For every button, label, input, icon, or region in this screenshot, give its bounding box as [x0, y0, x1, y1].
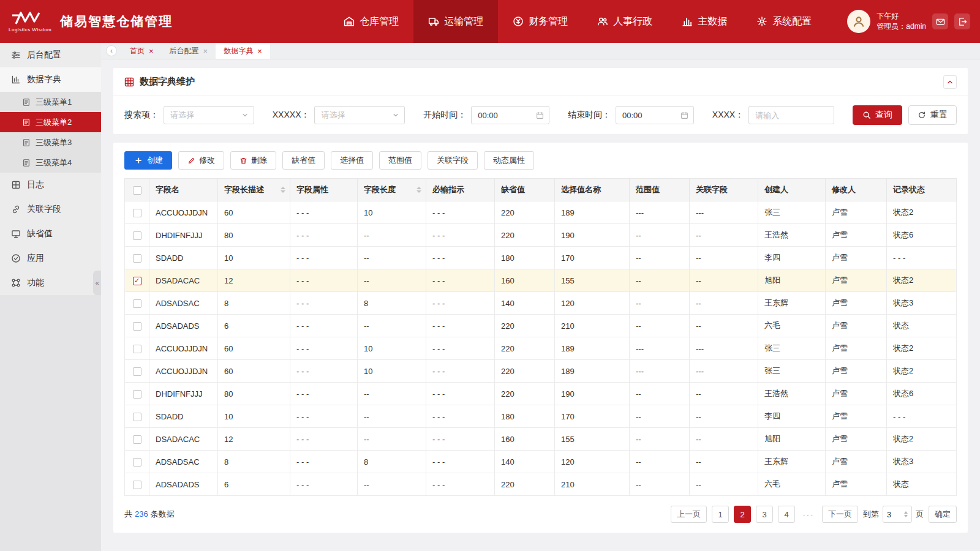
- nav-transport[interactable]: 运输管理: [413, 0, 498, 43]
- avatar[interactable]: [847, 10, 870, 33]
- table-row[interactable]: ADSADSAC8- - -8- - -140120----王东辉卢雪状态3: [125, 451, 957, 473]
- nav-master-data[interactable]: 主数据: [667, 0, 742, 43]
- sidebar-item-data-dictionary[interactable]: 数据字典: [0, 67, 101, 92]
- sidebar-item-submenu-4[interactable]: 三级菜单4: [0, 152, 101, 173]
- close-icon[interactable]: ×: [149, 47, 154, 56]
- sidebar-item-logs[interactable]: 日志: [0, 173, 101, 197]
- table-row[interactable]: DHDIFNFJJJ80- - ---- - -220190----王浩然卢雪状…: [125, 383, 957, 405]
- calendar-icon: [536, 111, 544, 119]
- close-icon[interactable]: ×: [257, 47, 262, 56]
- search-select[interactable]: 请选择: [164, 106, 254, 124]
- row-checkbox[interactable]: [133, 435, 141, 444]
- table-row[interactable]: ACCUOJJDJN60- - -10- - -220189------张三卢雪…: [125, 337, 957, 360]
- sidebar-item-label: 后台配置: [27, 50, 61, 61]
- table-cell: - - -: [426, 201, 495, 224]
- default-value-button[interactable]: 缺省值: [282, 151, 325, 170]
- column-header[interactable]: 字段长度: [358, 179, 426, 201]
- table-row[interactable]: DHDIFNFJJJ80- - ---- - -220190----王浩然卢雪状…: [125, 224, 957, 247]
- link-icon: [11, 204, 21, 214]
- select-value-button[interactable]: 选择值: [331, 151, 373, 170]
- search-select[interactable]: 请选择: [314, 106, 405, 124]
- close-icon[interactable]: ×: [203, 47, 208, 56]
- table-row[interactable]: ADSADADS6- - ---- - -220210----六毛卢雪状态: [125, 315, 957, 337]
- tab-home[interactable]: 首页 ×: [122, 43, 162, 59]
- table-cell: --: [358, 315, 426, 337]
- row-checkbox[interactable]: [133, 390, 141, 399]
- column-label: 记录状态: [893, 185, 925, 194]
- nav-system-config[interactable]: 系统配置: [742, 0, 826, 43]
- sidebar-item-application[interactable]: 应用: [0, 246, 101, 271]
- start-time-input[interactable]: 00:00: [471, 106, 549, 124]
- row-checkbox[interactable]: [133, 367, 141, 376]
- page-button-2[interactable]: 2: [734, 506, 751, 523]
- table-cell: ---: [690, 201, 758, 224]
- goto-page-input[interactable]: 3: [883, 506, 912, 523]
- sidebar-item-submenu-3[interactable]: 三级菜单3: [0, 132, 101, 152]
- row-checkbox[interactable]: ✓: [133, 277, 141, 285]
- table-row[interactable]: ACCUOJJDJN60- - -10- - -220189------张三卢雪…: [125, 360, 957, 383]
- end-time-input[interactable]: 00:00: [616, 106, 694, 124]
- table-cell: ACCUOJJDJN: [149, 337, 218, 360]
- table-row[interactable]: DSADACAC12- - ---- - -160155----旭阳卢雪状态2: [125, 428, 957, 451]
- prev-page-button[interactable]: 上一页: [671, 506, 707, 523]
- table-row[interactable]: SDADD10- - ---- - -180170----李四卢雪- - -: [125, 247, 957, 269]
- message-button[interactable]: [932, 13, 948, 29]
- sidebar-item-label: 功能: [27, 277, 44, 288]
- row-checkbox[interactable]: [133, 209, 141, 217]
- delete-button[interactable]: 删除: [230, 151, 276, 170]
- edit-button[interactable]: 修改: [178, 151, 224, 170]
- confirm-button[interactable]: 确定: [929, 506, 957, 523]
- sidebar-item-related-fields[interactable]: 关联字段: [0, 197, 101, 222]
- total-prefix: 共: [124, 509, 132, 519]
- related-field-button[interactable]: 关联字段: [428, 151, 478, 170]
- row-checkbox[interactable]: [133, 254, 141, 263]
- nav-finance[interactable]: 财务管理: [498, 0, 582, 43]
- sort-icon[interactable]: [281, 187, 285, 193]
- stepper-icon[interactable]: [904, 511, 908, 517]
- page-button-3[interactable]: 3: [756, 506, 773, 523]
- nav-warehouse[interactable]: 仓库管理: [329, 0, 413, 43]
- row-checkbox[interactable]: [133, 322, 141, 331]
- column-header[interactable]: 字段长描述: [218, 179, 290, 201]
- more-pages-button[interactable]: ···: [800, 506, 817, 523]
- dynamic-attribute-button[interactable]: 动态属性: [484, 151, 534, 170]
- table-row[interactable]: SDADD10- - ---- - -180170----李四卢雪- - -: [125, 405, 957, 428]
- row-checkbox[interactable]: [133, 231, 141, 240]
- table-row[interactable]: ADSADSAC8- - -8- - -140120----王东辉卢雪状态3: [125, 292, 957, 315]
- page-button-4[interactable]: 4: [778, 506, 795, 523]
- nav-hr[interactable]: 人事行政: [582, 0, 667, 43]
- page-button-1[interactable]: 1: [712, 506, 729, 523]
- sidebar-item-backend-config[interactable]: 后台配置: [0, 43, 101, 67]
- table-row[interactable]: ACCUOJJDJN60- - -10- - -220189------张三卢雪…: [125, 201, 957, 224]
- sidebar-collapse-handle[interactable]: «: [93, 271, 101, 295]
- table-row[interactable]: ADSADADS6- - ---- - -220210----六毛卢雪状态: [125, 473, 957, 496]
- sort-icon[interactable]: [417, 187, 421, 193]
- sidebar-item-submenu-2[interactable]: 三级菜单2: [0, 112, 101, 132]
- row-checkbox[interactable]: [133, 413, 141, 421]
- tabs-scroll-left-button[interactable]: ‹: [106, 45, 117, 56]
- next-page-button[interactable]: 下一页: [822, 506, 858, 523]
- row-checkbox[interactable]: [133, 481, 141, 489]
- logo-mark-icon: [10, 10, 50, 26]
- table-cell: --: [630, 224, 690, 247]
- query-button[interactable]: 查询: [853, 105, 902, 125]
- warehouse-icon: [344, 16, 355, 27]
- row-checkbox[interactable]: [133, 299, 141, 308]
- table-cell: 卢雪: [826, 473, 887, 496]
- row-checkbox[interactable]: [133, 458, 141, 467]
- create-button[interactable]: ＋ 创建: [124, 151, 172, 170]
- reset-button[interactable]: 重置: [908, 105, 957, 125]
- panel-collapse-button[interactable]: [943, 75, 957, 89]
- tab-data-dictionary[interactable]: 数据字典 ×: [216, 43, 270, 59]
- range-value-button[interactable]: 范围值: [379, 151, 421, 170]
- tab-backend-config[interactable]: 后台配置 ×: [162, 43, 216, 59]
- logout-button[interactable]: [954, 13, 970, 29]
- tab-label: 首页: [130, 46, 145, 56]
- sidebar-item-submenu-1[interactable]: 三级菜单1: [0, 92, 101, 112]
- table-row[interactable]: ✓DSADACAC12- - ---- - -160155----旭阳卢雪状态2: [125, 269, 957, 292]
- sidebar-item-default-values[interactable]: 缺省值: [0, 222, 101, 246]
- select-all-checkbox[interactable]: [133, 186, 141, 195]
- row-checkbox[interactable]: [133, 345, 141, 353]
- sidebar-item-functions[interactable]: 功能: [0, 271, 101, 295]
- keyword-input[interactable]: [755, 111, 829, 120]
